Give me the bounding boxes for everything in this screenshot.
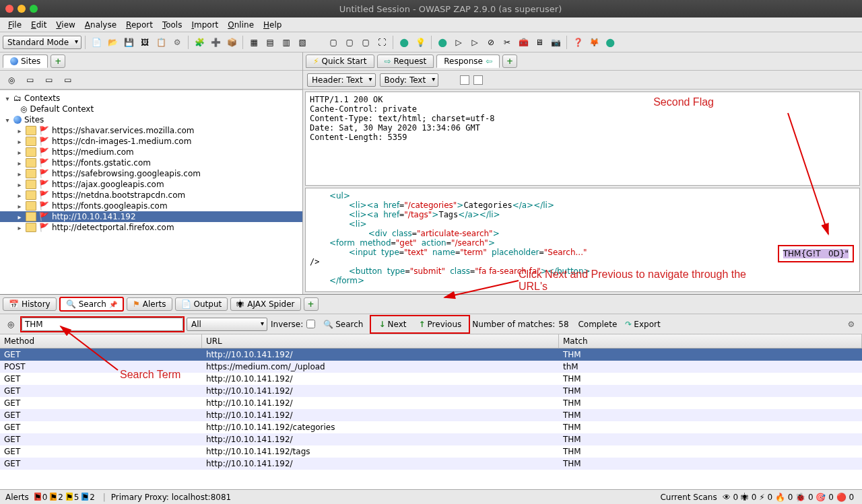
- site-node[interactable]: ▸🚩https://netdna.bootstrapcdn.com: [0, 190, 302, 201]
- site-node[interactable]: ▸🚩https://ajax.googleapis.com: [0, 179, 302, 190]
- col-match[interactable]: Match: [559, 334, 862, 348]
- sites-root-node[interactable]: Sites: [24, 115, 44, 124]
- contexts-node[interactable]: Contexts: [24, 94, 60, 103]
- snapshot-icon[interactable]: 🖼: [137, 35, 152, 50]
- mode-select[interactable]: Standard Mode: [3, 36, 81, 49]
- tools-x-icon[interactable]: ✂: [500, 35, 515, 50]
- tab-sites[interactable]: Sites: [3, 55, 48, 68]
- site-node[interactable]: ▸🚩https://cdn-images-1.medium.com: [0, 136, 302, 147]
- tab-request[interactable]: ⇨Request: [377, 55, 434, 68]
- col-method[interactable]: Method: [0, 334, 202, 348]
- previous-button[interactable]: ↑Previous: [414, 318, 467, 331]
- table-row[interactable]: POSThttps://medium.com/_/uploadthM: [0, 361, 862, 373]
- tab-ajax-spider[interactable]: 🕷AJAX Spider: [230, 297, 300, 311]
- inverse-checkbox[interactable]: [306, 320, 315, 328]
- response-header-text[interactable]: HTTP/1.1 200 OK Cache-Control: private C…: [305, 92, 860, 186]
- default-context-node[interactable]: Default Context: [30, 104, 94, 114]
- layout1-icon[interactable]: ▦: [246, 35, 261, 50]
- minimize-window[interactable]: [18, 5, 26, 13]
- expand-icon[interactable]: ⛶: [374, 35, 389, 50]
- power-icon[interactable]: ⬤: [603, 35, 618, 50]
- response-body-text[interactable]: <ul> <li><a href="/categories">Categorie…: [305, 188, 860, 292]
- drop-icon[interactable]: ⊘: [484, 35, 498, 50]
- table-row[interactable]: GEThttp://10.10.141.192/THM: [0, 385, 862, 397]
- tab-search[interactable]: 🔍Search📌: [59, 297, 124, 312]
- table-row[interactable]: GEThttp://10.10.141.192/THM: [0, 433, 862, 445]
- header-view-combo[interactable]: Header: Text: [307, 73, 376, 87]
- tab-history[interactable]: 📅History: [3, 297, 57, 311]
- tree-view3-icon[interactable]: ▭: [61, 73, 75, 87]
- camera-icon[interactable]: 📷: [548, 35, 563, 50]
- results-list[interactable]: GEThttp://10.10.141.192/THMPOSThttps://m…: [0, 349, 862, 489]
- table-row[interactable]: GEThttp://10.10.141.192/THM: [0, 349, 862, 361]
- light-icon[interactable]: 💡: [413, 35, 428, 50]
- tab-down-icon[interactable]: ▢: [358, 35, 373, 50]
- scan-counter[interactable]: 🐞 0: [795, 493, 816, 502]
- target-icon[interactable]: ◎: [4, 73, 19, 87]
- scan-counter[interactable]: 🔥 0: [775, 493, 795, 502]
- scan-counter[interactable]: ⚡ 0: [759, 493, 775, 502]
- scan-counter[interactable]: 🔴 0: [836, 493, 857, 502]
- close-window[interactable]: [5, 5, 13, 13]
- options-icon[interactable]: ⚙: [170, 35, 185, 50]
- addon-icon[interactable]: 🧩: [192, 35, 207, 50]
- site-node[interactable]: ▸🚩https://fonts.googleapis.com: [0, 201, 302, 211]
- table-row[interactable]: GEThttp://10.10.141.192/THM: [0, 397, 862, 409]
- table-row[interactable]: GEThttp://10.10.141.192/THM: [0, 409, 862, 421]
- play-icon[interactable]: ⬤: [435, 35, 450, 50]
- body-view-combo[interactable]: Body: Text: [380, 73, 439, 87]
- search-scope-combo[interactable]: All: [187, 318, 267, 331]
- menu-edit[interactable]: Edit: [27, 19, 51, 31]
- table-row[interactable]: GEThttp://10.10.141.192/tagsTHM: [0, 445, 862, 458]
- menu-file[interactable]: File: [4, 19, 26, 31]
- menu-report[interactable]: Report: [122, 19, 157, 31]
- site-node[interactable]: ▸🚩http://10.10.141.192: [0, 211, 302, 222]
- properties-icon[interactable]: 📋: [154, 35, 168, 50]
- help-icon[interactable]: ❓: [570, 35, 585, 50]
- tab-right-icon[interactable]: ▢: [342, 35, 357, 50]
- step-icon[interactable]: ▷: [451, 35, 466, 50]
- table-row[interactable]: GEThttp://10.10.141.192/categoriesTHM: [0, 421, 862, 433]
- search-options-icon[interactable]: ⚙: [844, 317, 859, 332]
- search-button[interactable]: 🔍Search: [319, 318, 368, 331]
- site-node[interactable]: ▸🚩http://detectportal.firefox.com: [0, 222, 302, 233]
- alert-flag[interactable]: ⚑5: [66, 493, 81, 502]
- split-view1-icon[interactable]: [460, 75, 469, 85]
- scan-counter[interactable]: 🎯 0: [816, 493, 836, 502]
- site-node[interactable]: ▸🚩https://fonts.gstatic.com: [0, 157, 302, 168]
- site-node[interactable]: ▸🚩https://safebrowsing.googleapis.com: [0, 168, 302, 179]
- table-row[interactable]: GEThttp://10.10.141.192/THM: [0, 373, 862, 385]
- alert-flag[interactable]: ⚑2: [81, 493, 97, 502]
- continue-icon[interactable]: ▷: [467, 35, 482, 50]
- tab-response[interactable]: Response⇦: [436, 55, 500, 68]
- layout2-icon[interactable]: ▤: [263, 35, 277, 50]
- tree-view1-icon[interactable]: ▭: [23, 73, 38, 87]
- menu-tools[interactable]: Tools: [158, 19, 187, 31]
- col-url[interactable]: URL: [202, 334, 559, 348]
- site-node[interactable]: ▸🚩https://shavar.services.mozilla.com: [0, 125, 302, 136]
- open-session-icon[interactable]: 📂: [105, 35, 120, 50]
- menu-help[interactable]: Help: [259, 19, 286, 31]
- alert-flag[interactable]: ⚑0: [34, 493, 50, 502]
- scan-counter[interactable]: 🕷 0: [741, 493, 759, 502]
- add-tab-right[interactable]: +: [502, 55, 517, 68]
- monitor-icon[interactable]: 🖥: [532, 35, 547, 50]
- search-input[interactable]: [22, 318, 183, 331]
- scan-counter[interactable]: 👁 0: [723, 493, 741, 502]
- next-button[interactable]: ↓Next: [374, 318, 411, 331]
- addon-manage-icon[interactable]: ➕: [208, 35, 223, 50]
- split-view2-icon[interactable]: [473, 75, 483, 85]
- menu-online[interactable]: Online: [224, 19, 258, 31]
- new-session-icon[interactable]: 📄: [89, 35, 104, 50]
- tree-view2-icon[interactable]: ▭: [42, 73, 57, 87]
- layout3-icon[interactable]: ▥: [279, 35, 294, 50]
- layout4-icon[interactable]: ▧: [295, 35, 310, 50]
- break-icon[interactable]: ⬤: [397, 35, 411, 50]
- toolbox-icon[interactable]: 🧰: [516, 35, 531, 50]
- maximize-window[interactable]: [30, 5, 38, 13]
- save-session-icon[interactable]: 💾: [121, 35, 136, 50]
- export-button[interactable]: ↷Export: [620, 318, 665, 331]
- table-row[interactable]: GEThttp://10.10.141.192/THM: [0, 458, 862, 470]
- add-tab-left[interactable]: +: [51, 55, 65, 68]
- scope-target-icon[interactable]: ◎: [3, 317, 18, 332]
